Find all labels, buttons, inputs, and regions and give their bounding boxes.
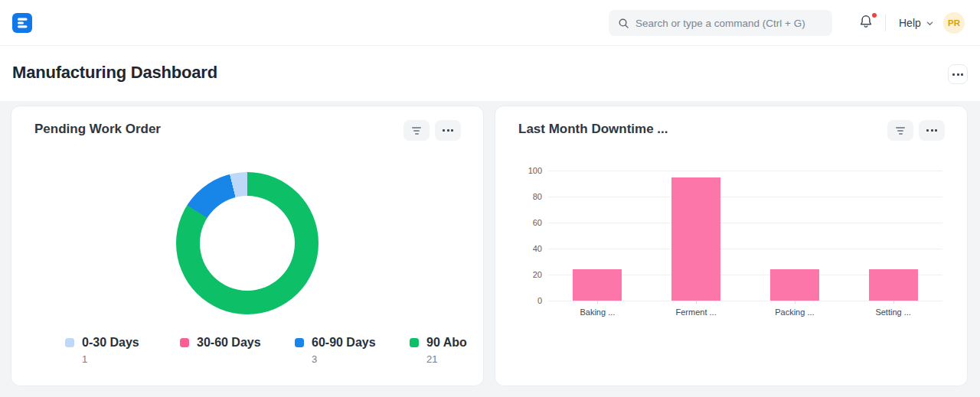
bar-column: Baking ... [548,171,647,301]
x-axis-tick-label: Baking ... [548,308,647,317]
y-axis-tick-label: 0 [507,296,542,305]
legend-item: 60-90 Days 3 [295,336,410,365]
y-axis-tick-label: 100 [507,166,542,175]
bar[interactable] [770,269,819,301]
y-axis-tick-label: 60 [507,218,542,227]
card-last-month-downtime: Last Month Downtime ... 020406080100Baki… [495,106,968,386]
legend-label: 30-60 Days [197,336,261,350]
legend-label: 0-30 Days [82,336,139,350]
gridline [548,301,942,301]
legend-label: 90 Abo [426,336,467,350]
bar[interactable] [869,269,918,301]
x-axis-tick [795,301,795,304]
global-search[interactable] [609,10,832,36]
page-header: Manufacturing Dashboard [0,46,980,101]
legend-value: 21 [426,353,483,365]
card-pending-work-order: Pending Work Order 0-30 Days 1 30- [11,106,484,386]
navbar: Help PR [0,0,980,46]
help-menu[interactable]: Help [899,15,934,31]
avatar-initials: PR [948,18,960,28]
bar-column: Ferment ... [647,171,746,301]
x-axis-tick [893,301,894,304]
legend-label: 60-90 Days [312,336,376,350]
help-label: Help [899,17,921,29]
x-axis-tick-label: Ferment ... [647,308,746,317]
bar[interactable] [573,269,622,301]
notification-dot [872,13,877,18]
x-axis-tick [597,301,598,304]
chart-filter-button[interactable] [887,120,913,141]
card-title: Pending Work Order [34,122,161,137]
app-logo[interactable] [12,13,32,33]
erpnext-logo-icon [12,13,32,33]
page-menu-button[interactable] [948,64,968,84]
dashboard-content: Pending Work Order 0-30 Days 1 30- [0,101,980,397]
chart-menu-button[interactable] [435,120,461,141]
legend-value [197,353,295,365]
ellipsis-icon [926,129,929,132]
legend-swatch [295,338,304,347]
bar[interactable] [671,177,720,301]
y-axis-tick-label: 20 [507,270,542,279]
filter-icon [412,127,421,129]
filter-icon [896,127,905,129]
legend-swatch [65,338,74,347]
pending-work-order-donut[interactable] [176,172,318,314]
legend-item: 0-30 Days 1 [65,336,180,365]
notifications-button[interactable] [858,13,877,33]
chevron-down-icon [926,19,934,28]
legend-item: 90 Abo 21 [410,336,483,365]
card-actions [887,120,945,141]
legend-value: 1 [82,353,180,365]
card-actions [403,120,461,141]
bar-column: Packing ... [746,171,844,301]
y-axis-tick-label: 80 [507,192,542,201]
bar-column: Setting ... [844,171,942,301]
ellipsis-icon [443,129,445,132]
downtime-plot: 020406080100Baking ...Ferment ...Packing… [548,171,942,301]
search-icon [618,18,629,29]
legend-swatch [180,338,189,347]
search-input[interactable] [635,18,823,29]
x-axis-tick [696,301,697,304]
ellipsis-icon [952,73,955,76]
card-title: Last Month Downtime ... [518,122,668,137]
x-axis-tick-label: Packing ... [746,308,844,317]
donut-legend: 0-30 Days 1 30-60 Days 60-90 Days 3 [65,336,483,365]
legend-item: 30-60 Days [180,336,295,365]
page-title: Manufacturing Dashboard [12,63,217,83]
navbar-divider [885,15,886,31]
y-axis-tick-label: 40 [507,244,542,253]
chart-filter-button[interactable] [403,120,430,141]
user-avatar[interactable]: PR [943,12,965,34]
legend-value: 3 [312,353,410,365]
legend-swatch [410,338,419,347]
chart-menu-button[interactable] [919,120,945,141]
x-axis-tick-label: Setting ... [844,308,942,317]
